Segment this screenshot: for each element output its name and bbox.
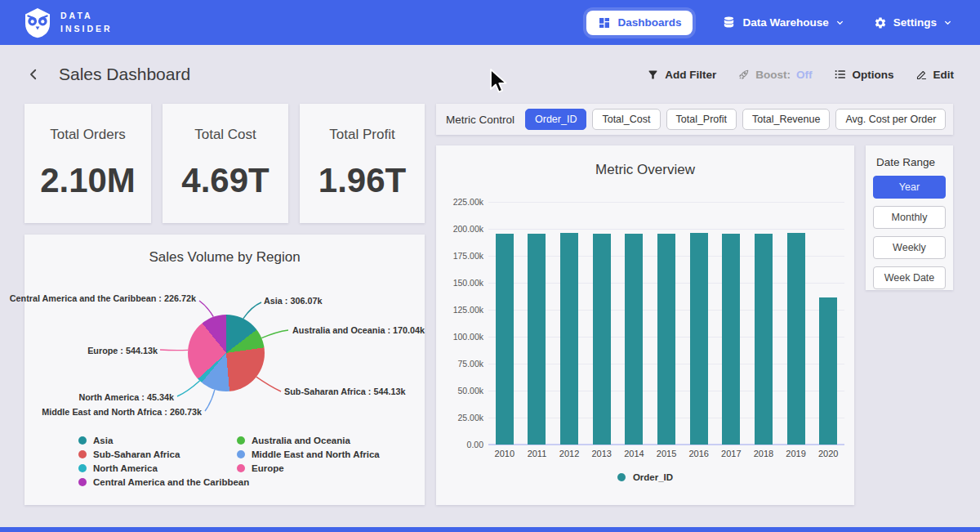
bar-2013[interactable] <box>593 234 611 445</box>
boost-toggle[interactable]: Boost: Off <box>737 69 812 81</box>
date-range-label: Date Range <box>876 156 953 168</box>
date-range-monthly[interactable]: Monthly <box>873 206 946 229</box>
bar-chart-legend: Order_ID <box>436 472 854 482</box>
kpi-card-total-orders: Total Orders 2.10M <box>24 104 151 223</box>
metric-chip-group: Order_IDTotal_CostTotal_ProfitTotal_Reve… <box>525 109 946 130</box>
pie-chart[interactable] <box>188 315 265 391</box>
bar-slot <box>812 202 844 445</box>
back-button[interactable] <box>26 67 41 82</box>
metric-chip-total-cost[interactable]: Total_Cost <box>592 109 660 130</box>
options-list-icon <box>834 68 847 81</box>
legend-label: Central America and the Caribbean <box>93 477 249 487</box>
sales-volume-chart-card: Sales Volume by Region Asia : 306.07k Au… <box>24 235 425 505</box>
app-root: DATA INSIDER Dashboards Data Warehouse <box>0 0 980 532</box>
bar-2012[interactable] <box>560 233 578 445</box>
bar-2020[interactable] <box>819 297 837 445</box>
metric-chip-order-id[interactable]: Order_ID <box>525 109 586 130</box>
pie-legend-item-middle-east-and-north-africa: Middle East and North Africa <box>237 449 380 459</box>
pie-callout-europe: Europe : 544.13k <box>87 346 158 355</box>
legend-label: Middle East and North Africa <box>252 449 380 459</box>
bar-chart-title: Metric Overview <box>436 145 854 178</box>
bar-2010[interactable] <box>496 234 514 445</box>
y-axis-tick: 0.00 <box>439 440 483 449</box>
x-axis-tick: 2013 <box>586 449 618 458</box>
bar-slot <box>586 202 618 445</box>
bar-2011[interactable] <box>528 234 546 445</box>
x-axis-tick: 2018 <box>747 449 780 458</box>
bar-slot <box>683 202 715 445</box>
header-actions: Add Filter Boost: Off Options <box>647 68 954 81</box>
nav-dashboards-button[interactable]: Dashboards <box>586 11 693 35</box>
bar-slot <box>780 202 813 445</box>
bar-slot <box>521 202 554 445</box>
chevron-left-icon <box>26 67 41 82</box>
legend-label: Asia <box>93 436 113 445</box>
y-axis-tick: 200.00k <box>439 224 483 234</box>
bar-chart-plot-area <box>488 202 844 445</box>
edit-pencil-icon <box>915 69 928 81</box>
metric-chip-total-revenue[interactable]: Total_Revenue <box>742 109 830 130</box>
add-filter-button[interactable]: Add Filter <box>647 69 716 81</box>
y-axis-tick: 175.00k <box>439 251 483 261</box>
bar-slot <box>747 202 780 445</box>
pie-chart-title: Sales Volume by Region <box>24 235 425 266</box>
bar-slot <box>650 202 683 445</box>
legend-dot <box>237 464 245 472</box>
pie-legend-item-sub-saharan-africa: Sub-Saharan Africa <box>78 449 232 459</box>
bar-series <box>488 202 844 445</box>
kpi-label: Total Cost <box>194 127 256 143</box>
pie-legend-item-australia-and-oceania: Australia and Oceania <box>237 436 380 445</box>
y-axis-tick: 100.00k <box>439 332 483 342</box>
bar-2019[interactable] <box>787 233 805 445</box>
metric-overview-chart-card: Metric Overview 0.0025.00k50.00k75.00k10… <box>436 145 854 505</box>
bottom-accent-bar <box>0 527 980 532</box>
x-axis-tick: 2012 <box>553 449 586 458</box>
legend-label: Sub-Saharan Africa <box>93 449 180 459</box>
nav-data-warehouse-button[interactable]: Data Warehouse <box>722 16 844 29</box>
date-range-weekly[interactable]: Weekly <box>873 236 946 259</box>
pie-callout-sub-saharan-africa: Sub-Saharan Africa : 544.13k <box>284 387 405 396</box>
metric-chip-total-profit[interactable]: Total_Profit <box>666 109 737 130</box>
metric-chip-avg-cost-per-order[interactable]: Avg. Cost per Order <box>835 109 946 130</box>
pie-callout-north-america: North America : 45.34k <box>78 392 174 402</box>
bar-chart-x-axis-labels: 2010201120122013201420152016201720182019… <box>488 449 844 458</box>
metric-control-label: Metric Control <box>446 114 514 126</box>
date-range-year[interactable]: Year <box>873 176 946 199</box>
y-axis-tick: 50.00k <box>439 386 483 396</box>
filter-icon <box>647 69 659 81</box>
kpi-value: 4.69T <box>181 161 269 200</box>
boost-status: Off <box>796 69 813 81</box>
bar-2014[interactable] <box>625 234 643 445</box>
brand-logo[interactable]: DATA INSIDER <box>23 7 113 38</box>
page-header: Sales Dashboard Add Filter Boost: Off <box>0 45 980 104</box>
kpi-label: Total Orders <box>50 127 126 143</box>
pie-callout-asia: Asia : 306.07k <box>264 296 322 306</box>
x-axis-tick: 2019 <box>780 449 813 458</box>
legend-dot <box>237 436 245 445</box>
top-navbar: DATA INSIDER Dashboards Data Warehouse <box>0 0 980 45</box>
y-axis-tick: 75.00k <box>439 359 483 369</box>
bar-slot <box>618 202 651 445</box>
y-axis-tick: 25.00k <box>439 413 483 422</box>
options-button[interactable]: Options <box>834 68 894 81</box>
x-axis-tick: 2010 <box>488 449 521 458</box>
edit-button[interactable]: Edit <box>915 69 955 81</box>
nav-settings-button[interactable]: Settings <box>874 16 952 29</box>
pie-legend-item-north-america: North America <box>78 463 232 473</box>
database-icon <box>722 16 736 29</box>
bar-2015[interactable] <box>657 234 675 445</box>
navbar-menu: Dashboards Data Warehouse Settings <box>586 11 952 35</box>
bar-2018[interactable] <box>755 234 773 445</box>
pie-callout-australia-oceania: Australia and Oceania : 170.04k <box>292 325 425 335</box>
metric-control-bar: Metric Control Order_IDTotal_CostTotal_P… <box>436 104 953 135</box>
legend-dot <box>78 436 87 445</box>
bar-2016[interactable] <box>690 233 708 445</box>
kpi-card-total-profit: Total Profit 1.96T <box>300 104 425 223</box>
kpi-value: 2.10M <box>40 161 136 200</box>
chevron-down-icon <box>835 18 844 27</box>
date-range-week-date[interactable]: Week Date <box>873 266 946 289</box>
kpi-card-total-cost: Total Cost 4.69T <box>163 104 288 223</box>
bar-2017[interactable] <box>722 234 740 445</box>
pie-legend-item-europe: Europe <box>237 463 380 473</box>
kpi-label: Total Profit <box>329 127 394 143</box>
